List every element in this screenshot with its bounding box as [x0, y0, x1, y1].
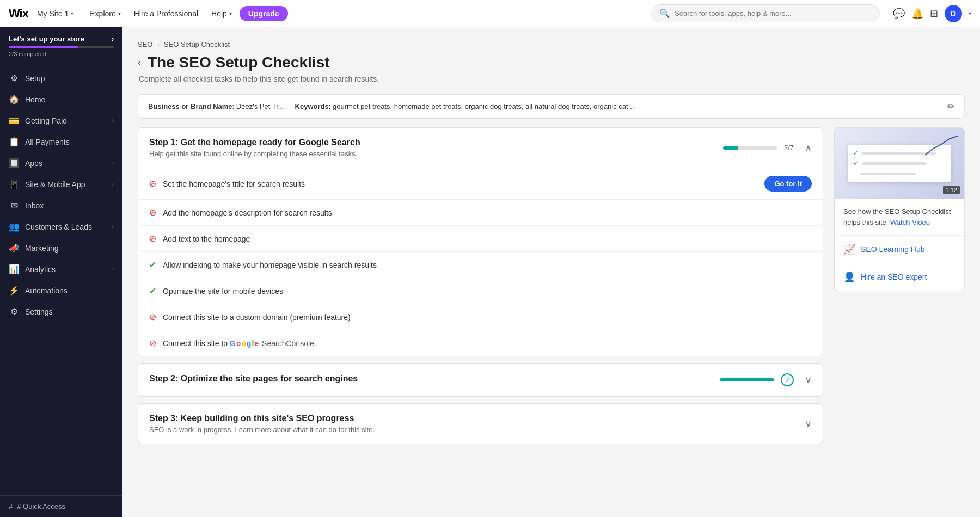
right-card-body: See how the SEO Setup Checklist helps th… [835, 199, 964, 235]
customers-icon: 👥 [9, 221, 20, 232]
sidebar-item-home[interactable]: 🏠 Home [0, 89, 122, 110]
sidebar-item-analytics[interactable]: 📊 Analytics › [0, 258, 122, 280]
avatar[interactable]: D [945, 5, 962, 22]
error-icon: ⊘ [149, 207, 156, 218]
error-icon: ⊘ [149, 312, 156, 322]
page-subtitle: Complete all checklist tasks to help thi… [139, 75, 965, 83]
setup-icon: ⚙ [9, 73, 20, 83]
sidebar-item-apps[interactable]: 🔲 Apps › [0, 152, 122, 174]
go-for-it-button[interactable]: Go for It [764, 176, 812, 192]
hire-professional-nav[interactable]: Hire a Professional [128, 6, 204, 21]
marketing-icon: 📣 [9, 243, 20, 253]
upgrade-button[interactable]: Upgrade [240, 6, 288, 21]
step-1-header[interactable]: Step 1: Get the homepage ready for Googl… [138, 128, 823, 168]
video-duration: 1:12 [943, 186, 960, 194]
help-nav[interactable]: Help ▾ [206, 6, 237, 21]
automations-icon: ⚡ [9, 285, 20, 296]
task-label: Allow indexing to make your homepage vis… [163, 261, 812, 269]
step-2-progress-fill [720, 378, 774, 381]
breadcrumb-current: SEO Setup Checklist [164, 40, 230, 48]
site-name-dropdown[interactable]: My Site 1 ▾ [37, 9, 74, 18]
breadcrumb: SEO › SEO Setup Checklist [138, 40, 965, 48]
task-label: Connect this site to Google SearchConsol… [163, 339, 812, 348]
analytics-icon: 📊 [9, 264, 20, 274]
store-setup-section: Let's set up your store › 2/3 completed [0, 27, 122, 63]
step-2-progress-bar [720, 378, 774, 381]
sidebar-item-setup[interactable]: ⚙ Setup [0, 67, 122, 89]
right-card: ✓ ✓ ○ 1:12 [834, 127, 965, 291]
task-label: Optimize the site for mobile devices [163, 287, 812, 296]
step-2-toggle-icon[interactable]: ∨ [805, 374, 812, 386]
step-3-meta: ∨ [800, 418, 812, 430]
step-2-header[interactable]: Step 2: Optimize the site pages for sear… [138, 364, 823, 396]
nav-links: Explore ▾ Hire a Professional Help ▾ Upg… [84, 6, 287, 21]
edit-icon[interactable]: ✏ [947, 101, 954, 112]
task-add-text: ⊘ Add text to the homepage [138, 226, 823, 252]
step-3-toggle-icon[interactable]: ∨ [805, 418, 812, 430]
success-icon: ✔ [149, 260, 156, 270]
task-label: Add text to the homepage [163, 235, 812, 243]
step-1-card: Step 1: Get the homepage ready for Googl… [138, 127, 823, 356]
back-button[interactable]: ‹ [138, 57, 141, 69]
task-label: Set the homepage's title for search resu… [163, 180, 758, 188]
step-3-card: Step 3: Keep building on this site's SEO… [138, 403, 823, 444]
google-logo: Google [230, 339, 259, 348]
sidebar-item-all-payments[interactable]: 📋 All Payments [0, 131, 122, 152]
error-icon: ⊘ [149, 179, 156, 189]
setup-progress-bar [9, 46, 114, 48]
sidebar-nav: ⚙ Setup 🏠 Home 💳 Getting Paid › 📋 All Pa… [0, 63, 122, 495]
seo-learning-hub-link[interactable]: 📈 SEO Learning Hub [835, 235, 964, 263]
sidebar-item-settings[interactable]: ⚙ Settings [0, 301, 122, 322]
step-3-title: Step 3: Keep building on this site's SEO… [149, 414, 800, 423]
grid-icon[interactable]: ⊞ [930, 8, 938, 20]
sidebar-item-inbox[interactable]: ✉ Inbox [0, 195, 122, 216]
sidebar-item-automations[interactable]: ⚡ Automations [0, 280, 122, 301]
keywords-label: Keywords: gourmet pet treats, homemade p… [295, 102, 636, 110]
breadcrumb-parent[interactable]: SEO [138, 40, 152, 48]
hire-seo-expert-link[interactable]: 👤 Hire an SEO expert [835, 263, 964, 291]
chat-icon[interactable]: 💬 [893, 8, 905, 20]
sidebar-item-getting-paid[interactable]: 💳 Getting Paid › [0, 110, 122, 131]
store-setup-title[interactable]: Let's set up your store › [9, 35, 114, 43]
global-search[interactable]: 🔍 [651, 4, 880, 22]
step-1-title: Step 1: Get the homepage ready for Googl… [149, 138, 723, 147]
inbox-icon: ✉ [9, 200, 20, 211]
page-title: The SEO Setup Checklist [148, 54, 330, 71]
hashtag-icon: # [9, 502, 13, 510]
page-header: ‹ The SEO Setup Checklist [138, 54, 965, 71]
step-1-meta: 2/7 ∧ [723, 142, 812, 154]
step-1-toggle-icon[interactable]: ∧ [805, 142, 812, 154]
error-icon: ⊘ [149, 338, 156, 348]
chevron-right-icon: › [112, 224, 114, 230]
chevron-down-icon[interactable]: ▾ [969, 10, 971, 16]
chevron-right-icon: › [112, 35, 114, 43]
right-link-list: 📈 SEO Learning Hub 👤 Hire an SEO expert [835, 235, 964, 291]
task-mobile-optimize: ✔ Optimize the site for mobile devices [138, 278, 823, 304]
task-label: Add the homepage's description for searc… [163, 208, 812, 217]
breadcrumb-separator: › [157, 40, 159, 48]
search-input[interactable] [675, 9, 872, 17]
step-3-header[interactable]: Step 3: Keep building on this site's SEO… [138, 404, 823, 444]
right-sidebar: ✓ ✓ ○ 1:12 [834, 127, 965, 444]
bell-icon[interactable]: 🔔 [911, 8, 923, 20]
chevron-down-icon: ▾ [118, 10, 121, 16]
steps-container: Step 1: Get the homepage ready for Googl… [138, 127, 823, 444]
video-description: See how the SEO Setup Checklist helps th… [843, 206, 955, 227]
task-set-title: ⊘ Set the homepage's title for search re… [138, 168, 823, 200]
watch-video-link[interactable]: Watch Video [890, 218, 930, 226]
video-thumbnail[interactable]: ✓ ✓ ○ 1:12 [835, 128, 964, 199]
quick-access[interactable]: # # Quick Access [0, 495, 122, 517]
setup-progress-fill [9, 46, 78, 48]
task-google-search-console: ⊘ Connect this site to Google SearchCons… [138, 330, 823, 356]
sidebar-item-site-mobile-app[interactable]: 📱 Site & Mobile App › [0, 174, 122, 195]
person-icon: 👤 [843, 271, 855, 283]
sidebar-item-marketing[interactable]: 📣 Marketing [0, 237, 122, 258]
settings-icon: ⚙ [9, 306, 20, 317]
list-icon: 📋 [9, 137, 20, 147]
explore-nav[interactable]: Explore ▾ [84, 6, 126, 21]
main-layout: Let's set up your store › 2/3 completed … [0, 27, 980, 517]
chevron-right-icon: › [112, 118, 114, 124]
sidebar-item-customers-leads[interactable]: 👥 Customers & Leads › [0, 216, 122, 237]
step-2-card: Step 2: Optimize the site pages for sear… [138, 363, 823, 397]
step-1-count: 2/7 [784, 144, 794, 152]
